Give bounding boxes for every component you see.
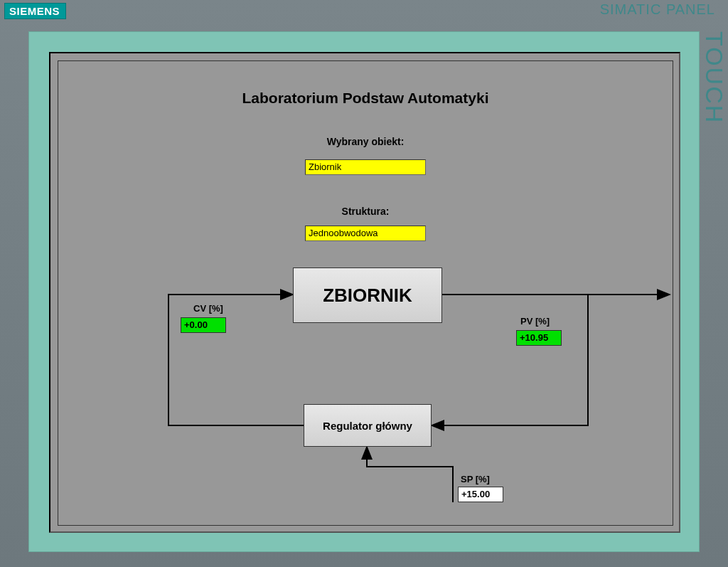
controller-block[interactable]: Regulator główny: [304, 404, 432, 447]
sp-label: SP [%]: [461, 474, 490, 484]
panel-bezel: Laboratorium Podstaw Automatyki Wybrany …: [28, 31, 700, 552]
siemens-logo: SIEMENS: [4, 3, 66, 19]
process-block[interactable]: ZBIORNIK: [293, 267, 442, 323]
object-select[interactable]: Zbiornik: [305, 159, 426, 175]
hmi-screen: Laboratorium Podstaw Automatyki Wybrany …: [49, 52, 680, 533]
simatic-panel-label: SIMATIC PANEL: [600, 1, 715, 18]
touch-label: TOUCH: [700, 31, 728, 124]
structure-select[interactable]: Jednoobwodowa: [305, 226, 426, 241]
cv-label: CV [%]: [193, 303, 223, 314]
cv-value[interactable]: +0.00: [181, 317, 226, 333]
screen-panel: Laboratorium Podstaw Automatyki Wybrany …: [58, 60, 673, 526]
pv-label: PV [%]: [520, 316, 550, 327]
control-loop-diagram: ZBIORNIK Regulator główny CV [%] +0.00 P…: [58, 260, 674, 524]
structure-label: Struktura:: [58, 206, 673, 217]
sp-value[interactable]: +15.00: [458, 487, 503, 502]
object-label: Wybrany obiekt:: [58, 136, 673, 147]
page-title: Laboratorium Podstaw Automatyki: [58, 90, 673, 107]
pv-value[interactable]: +10.95: [516, 330, 562, 346]
